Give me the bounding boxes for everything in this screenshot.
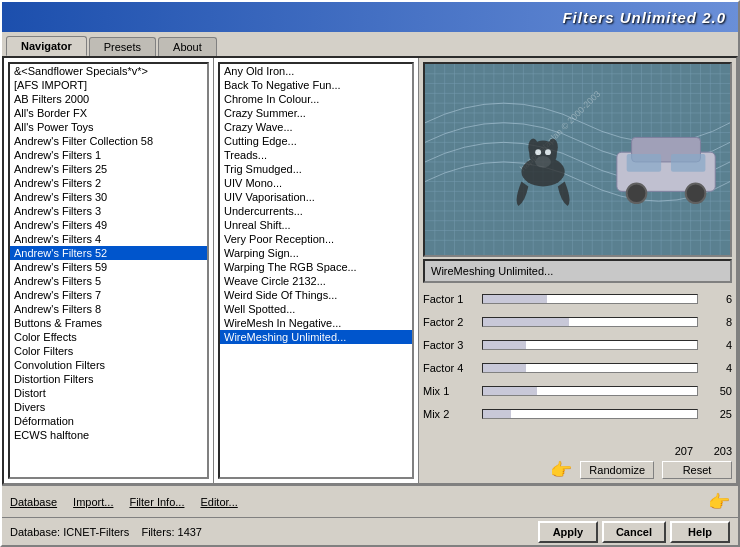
action-left: Database Import... Filter Info... Editor… (10, 496, 238, 508)
filter-list-item[interactable]: Weave Circle 2132... (220, 274, 412, 288)
filter-list-item[interactable]: Cutting Edge... (220, 134, 412, 148)
filter-list-item[interactable]: Undercurrents... (220, 204, 412, 218)
slider-track[interactable] (482, 340, 698, 350)
slider-row: Mix 225 (423, 404, 732, 424)
nav-list-item[interactable]: Distortion Filters (10, 372, 207, 386)
preview-bg-svg: happyrataplan © 2000-2003 (425, 64, 730, 255)
nav-list-item[interactable]: Déformation (10, 414, 207, 428)
filter-list-item[interactable]: Well Spotted... (220, 302, 412, 316)
slider-label: Factor 2 (423, 316, 478, 328)
slider-value: 50 (702, 385, 732, 397)
nav-list-item[interactable]: Andrew's Filters 25 (10, 162, 207, 176)
nav-list-item[interactable]: Andrew's Filters 3 (10, 204, 207, 218)
slider-fill (483, 410, 511, 418)
filter-list-item[interactable]: Chrome In Colour... (220, 92, 412, 106)
nav-list-item[interactable]: Convolution Filters (10, 358, 207, 372)
nav-list-item[interactable]: Andrew's Filters 49 (10, 218, 207, 232)
nav-list-item[interactable]: Andrew's Filters 52 (10, 246, 207, 260)
tab-navigator[interactable]: Navigator (6, 36, 87, 56)
right-panel: happyrataplan © 2000-2003 (419, 58, 736, 483)
main-window: Filters Unlimited 2.0 Navigator Presets … (0, 0, 740, 547)
slider-label: Factor 1 (423, 293, 478, 305)
slider-track[interactable] (482, 363, 698, 373)
import-link[interactable]: Import... (73, 496, 113, 508)
filter-list-item[interactable]: Warping The RGB Space... (220, 260, 412, 274)
nav-list-item[interactable]: Andrew's Filter Collection 58 (10, 134, 207, 148)
tab-presets[interactable]: Presets (89, 37, 156, 56)
nav-list-item[interactable]: Andrew's Filters 5 (10, 274, 207, 288)
left-panel: &<Sandflower Specials*v*>[AFS IMPORT]AB … (4, 58, 214, 483)
nav-list-item[interactable]: Buttons & Frames (10, 316, 207, 330)
filter-list[interactable]: Any Old Iron...Back To Negative Fun...Ch… (218, 62, 414, 479)
svg-point-51 (627, 183, 647, 203)
reset-button[interactable]: Reset (662, 461, 732, 479)
slider-fill (483, 341, 526, 349)
filter-list-item[interactable]: WireMeshing Unlimited... (220, 330, 412, 344)
slider-fill (483, 318, 569, 326)
slider-fill (483, 295, 547, 303)
preview-num-1: 207 (658, 445, 693, 457)
nav-list-item[interactable]: Color Effects (10, 330, 207, 344)
slider-row: Factor 44 (423, 358, 732, 378)
cancel-button[interactable]: Cancel (602, 521, 666, 543)
nav-list-item[interactable]: Andrew's Filters 1 (10, 148, 207, 162)
nav-list-item[interactable]: Andrew's Filters 8 (10, 302, 207, 316)
nav-list-item[interactable]: Distort (10, 386, 207, 400)
nav-list-item[interactable]: All's Power Toys (10, 120, 207, 134)
filter-name-text: WireMeshing Unlimited... (431, 265, 553, 277)
help-button[interactable]: Help (670, 521, 730, 543)
action-bar: Database Import... Filter Info... Editor… (2, 485, 738, 517)
database-link[interactable]: Database (10, 496, 57, 508)
slider-track[interactable] (482, 294, 698, 304)
nav-list-item[interactable]: Andrew's Filters 7 (10, 288, 207, 302)
database-label: Database: (10, 526, 60, 538)
slider-track[interactable] (482, 386, 698, 396)
slider-value: 4 (702, 339, 732, 351)
slider-track[interactable] (482, 317, 698, 327)
nav-list-item[interactable]: [AFS IMPORT] (10, 78, 207, 92)
slider-fill (483, 364, 526, 372)
slider-track[interactable] (482, 409, 698, 419)
filter-list-item[interactable]: Crazy Wave... (220, 120, 412, 134)
nav-list-item[interactable]: &<Sandflower Specials*v*> (10, 64, 207, 78)
nav-list-item[interactable]: Andrew's Filters 4 (10, 232, 207, 246)
apply-button[interactable]: Apply (538, 521, 598, 543)
filter-list-item[interactable]: Warping Sign... (220, 246, 412, 260)
nav-list-item[interactable]: Divers (10, 400, 207, 414)
svg-rect-53 (627, 154, 661, 172)
nav-list-item[interactable]: All's Border FX (10, 106, 207, 120)
randomize-reset-bar: 👉 Randomize Reset (419, 457, 736, 483)
nav-list-item[interactable]: Color Filters (10, 344, 207, 358)
filter-list-item[interactable]: Crazy Summer... (220, 106, 412, 120)
nav-list-item[interactable]: AB Filters 2000 (10, 92, 207, 106)
randomize-button[interactable]: Randomize (580, 461, 654, 479)
nav-list-item[interactable]: Andrew's Filters 30 (10, 190, 207, 204)
filters-label: Filters: (141, 526, 174, 538)
svg-point-61 (545, 149, 551, 155)
filter-list-item[interactable]: Treads... (220, 148, 412, 162)
filter-list-item[interactable]: Trig Smudged... (220, 162, 412, 176)
filter-list-item[interactable]: Any Old Iron... (220, 64, 412, 78)
filter-list-item[interactable]: UIV Mono... (220, 176, 412, 190)
filter-list-item[interactable]: UIV Vaporisation... (220, 190, 412, 204)
filter-list-item[interactable]: Very Poor Reception... (220, 232, 412, 246)
preview-num-2: 203 (697, 445, 732, 457)
app-title: Filters Unlimited 2.0 (562, 9, 726, 26)
filter-info-link[interactable]: Filter Info... (129, 496, 184, 508)
slider-row: Factor 16 (423, 289, 732, 309)
nav-list-item[interactable]: ECWS halftone (10, 428, 207, 442)
navigator-list[interactable]: &<Sandflower Specials*v*>[AFS IMPORT]AB … (8, 62, 209, 479)
preview-numbers: 207 203 (419, 445, 736, 457)
preview-area: happyrataplan © 2000-2003 (423, 62, 732, 257)
tab-about[interactable]: About (158, 37, 217, 56)
slider-value: 8 (702, 316, 732, 328)
nav-list-item[interactable]: Andrew's Filters 59 (10, 260, 207, 274)
filter-list-item[interactable]: WireMesh In Negative... (220, 316, 412, 330)
filter-list-item[interactable]: Weird Side Of Things... (220, 288, 412, 302)
editor-link[interactable]: Editor... (200, 496, 237, 508)
nav-list-item[interactable]: Andrew's Filters 2 (10, 176, 207, 190)
filter-list-item[interactable]: Unreal Shift... (220, 218, 412, 232)
filter-list-item[interactable]: Back To Negative Fun... (220, 78, 412, 92)
slider-fill (483, 387, 537, 395)
slider-row: Factor 28 (423, 312, 732, 332)
